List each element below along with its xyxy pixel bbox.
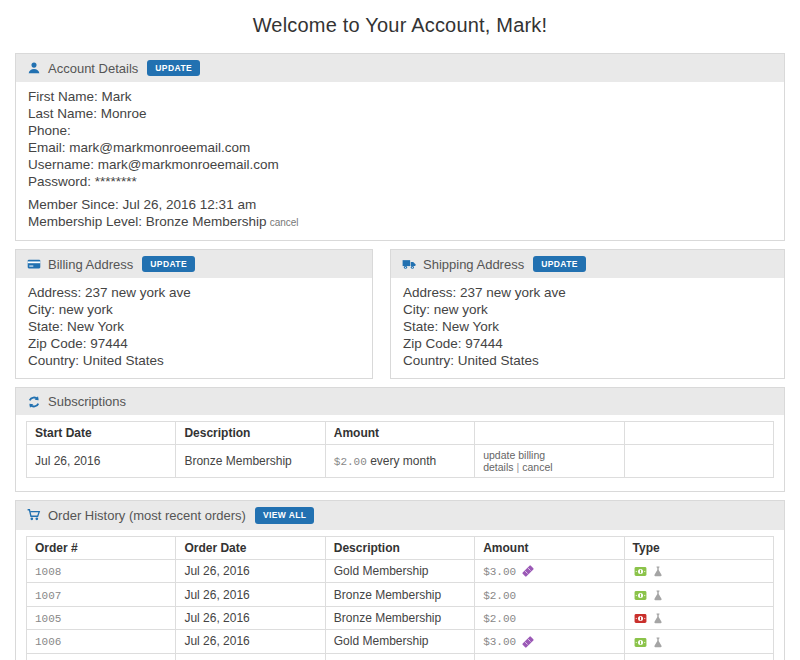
cancel-membership-link[interactable]: cancel [270, 217, 299, 228]
billing-address-section: Billing Address UPDATE Address: 237 new … [15, 249, 373, 379]
field-line: Address: 237 new york ave [28, 284, 360, 301]
field-label: First Name: [28, 89, 98, 104]
order-amount: $2.00 [475, 583, 624, 606]
subscription-amount-value: $2.00 [334, 456, 367, 468]
order-number: 1005 [27, 606, 176, 629]
subscription-empty-cell [624, 445, 773, 478]
order-type [624, 630, 773, 654]
field-value: 97444 [462, 336, 503, 351]
shipping-address-section: Shipping Address UPDATE Address: 237 new… [390, 249, 785, 379]
cart-icon [27, 508, 41, 522]
field-label: Zip Code: [403, 336, 462, 351]
order-number: 1005 [27, 653, 176, 660]
field-line: State: New York [28, 318, 360, 335]
field-line: Zip Code: 97444 [28, 335, 360, 352]
page-title: Welcome to Your Account, Mark! [15, 14, 785, 37]
subscriptions-header: Subscriptions [16, 388, 784, 415]
field-value: mark@markmonroeemail.com [66, 140, 251, 155]
field-label: Password: [28, 174, 91, 189]
order-row: 1006Jul 26, 2016Gold Membership$3.00 [27, 630, 774, 654]
account-update-button[interactable]: UPDATE [147, 60, 200, 76]
subscriptions-body: Jul 26, 2016Bronze Membership$2.00 every… [27, 445, 774, 478]
field-value: 97444 [87, 336, 128, 351]
subscription-action-link[interactable]: cancel [522, 461, 552, 473]
field-label: State: [28, 319, 63, 334]
field-line: Country: United States [403, 352, 772, 369]
field-label: Username: [28, 157, 94, 172]
order-type [624, 559, 773, 583]
field-line: Address: 237 new york ave [403, 284, 772, 301]
money-bill-icon [633, 589, 648, 602]
field-line: City: new york [403, 301, 772, 318]
field-line: Phone: [28, 122, 772, 139]
field-label: Country: [28, 353, 79, 368]
billing-update-button[interactable]: UPDATE [142, 256, 195, 272]
order-number-value: 1005 [35, 613, 61, 625]
shipping-update-button[interactable]: UPDATE [533, 256, 586, 272]
field-line: City: new york [28, 301, 360, 318]
order-amount-value: $3.00 [483, 566, 516, 578]
order-date: Jul 26, 2016 [176, 559, 325, 583]
ticket-icon [521, 564, 535, 578]
field-value: new york [430, 302, 488, 317]
user-icon [27, 61, 41, 75]
field-value: New York [438, 319, 499, 334]
order-type [624, 583, 773, 606]
order-amount-value: $2.00 [483, 613, 516, 625]
field-line: First Name: Mark [28, 88, 772, 105]
subscriptions-table-wrap: Start DateDescriptionAmount Jul 26, 2016… [16, 415, 784, 491]
field-value: 237 new york ave [456, 285, 566, 300]
field-label: Membership Level: [28, 214, 142, 229]
field-line: Member Since: Jul 26, 2016 12:31 am [28, 196, 772, 213]
order-number: 1008 [27, 559, 176, 583]
credit-card-icon [27, 257, 41, 271]
field-value: Jul 26, 2016 12:31 am [119, 197, 256, 212]
order-number-value: 1007 [35, 590, 61, 602]
view-all-button[interactable]: VIEW ALL [255, 507, 315, 523]
account-fields: First Name: MarkLast Name: MonroePhone:E… [28, 88, 772, 190]
field-value: Bronze Membership [142, 214, 267, 229]
field-label: Phone: [28, 123, 71, 138]
order-history-header-cell: Order # [27, 536, 176, 559]
billing-address-header: Billing Address UPDATE [16, 250, 372, 278]
order-history-header-cell: Order Date [176, 536, 325, 559]
subscription-row: Jul 26, 2016Bronze Membership$2.00 every… [27, 445, 774, 478]
field-value: Mark [98, 89, 132, 104]
order-history-section: Order History (most recent orders) VIEW … [15, 500, 785, 660]
subscriptions-table: Start DateDescriptionAmount Jul 26, 2016… [26, 421, 774, 478]
order-number: 1007 [27, 583, 176, 606]
field-label: City: [28, 302, 55, 317]
order-amount: $3.00 [475, 559, 624, 583]
field-line: Zip Code: 97444 [403, 335, 772, 352]
flask-icon [652, 612, 664, 625]
shipping-address-header: Shipping Address UPDATE [391, 250, 784, 278]
field-value: United States [79, 353, 164, 368]
field-label: State: [403, 319, 438, 334]
order-row: 1005Jul 26, 2016Bronze Membership$2.00 [27, 653, 774, 660]
subscription-start-date: Jul 26, 2016 [27, 445, 176, 478]
field-value: United States [454, 353, 539, 368]
order-history-header-cell: Amount [475, 536, 624, 559]
flask-icon [652, 636, 664, 649]
field-line: Membership Level: Bronze Membershipcance… [28, 213, 772, 231]
money-bill-icon [633, 636, 648, 649]
order-type [624, 606, 773, 629]
shipping-fields: Address: 237 new york aveCity: new yorkS… [391, 278, 784, 378]
order-number-value: 1008 [35, 566, 61, 578]
field-label: City: [403, 302, 430, 317]
subscription-description: Bronze Membership [176, 445, 325, 478]
flask-icon [652, 589, 664, 602]
order-amount: $2.00 [475, 606, 624, 629]
order-row: 1007Jul 26, 2016Bronze Membership$2.00 [27, 583, 774, 606]
membership-fields: Member Since: Jul 26, 2016 12:31 amMembe… [28, 196, 772, 231]
billing-address-title: Billing Address [48, 257, 133, 272]
account-details-body: First Name: MarkLast Name: MonroePhone:E… [16, 82, 784, 240]
order-history-table: Order #Order DateDescriptionAmountType 1… [26, 536, 774, 660]
field-line: Country: United States [28, 352, 360, 369]
order-date: Jul 26, 2016 [176, 653, 325, 660]
field-label: Last Name: [28, 106, 97, 121]
money-bill-icon [633, 612, 648, 625]
field-value: ******** [91, 174, 137, 189]
order-description: Gold Membership [325, 630, 474, 654]
field-line: State: New York [403, 318, 772, 335]
